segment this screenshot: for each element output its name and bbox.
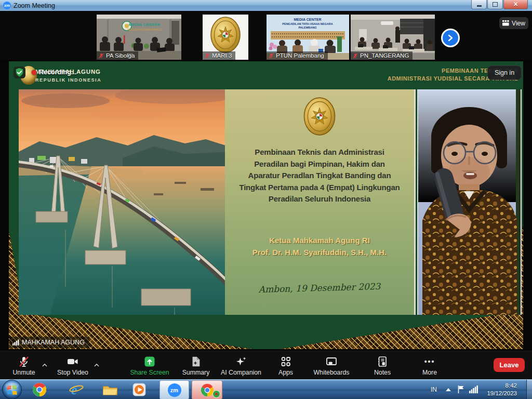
window-title: Zoom Meeting (14, 2, 55, 9)
show-desktop-button[interactable] (526, 380, 532, 399)
taskbar-media-player-button[interactable] (132, 382, 147, 399)
clock-date: 19/12/2023 (485, 390, 517, 397)
unmute-label: Unmute (12, 369, 35, 376)
signal-bars-icon (12, 339, 19, 345)
security-shield-icon[interactable] (14, 66, 25, 81)
share-screen-icon (143, 355, 156, 368)
org-line2: REPUBLIK INDONESIA (35, 76, 101, 84)
recording-dot-icon (32, 70, 36, 75)
ai-companion-label: AI Companion (221, 369, 261, 376)
camera-icon (66, 355, 79, 368)
internet-explorer-icon: e (69, 382, 84, 397)
unmute-button[interactable]: Unmute (5, 351, 43, 380)
active-speaker-name: MAHKAMAH AGUNG (22, 339, 85, 346)
restore-button[interactable] (487, 0, 503, 9)
summary-button[interactable]: Summary (178, 351, 214, 380)
close-button[interactable]: ✕ (503, 0, 528, 9)
shared-screen: MAHKAMAH AGUNG REPUBLIK INDONESIA Record… (9, 61, 523, 349)
slide-speaker-name: Prof. Dr. H.M. Syarifuddin, S.H., M.H. (225, 246, 414, 258)
chrome-icon (32, 382, 47, 397)
media-player-icon (132, 382, 147, 397)
bridge-illustration (19, 89, 232, 315)
svg-text:e: e (71, 382, 77, 397)
restore-icon (493, 2, 498, 7)
shared-screen-stage: MAHKAMAH AGUNG REPUBLIK INDONESIA Record… (0, 60, 532, 351)
zoom-app-icon: zm (3, 2, 11, 9)
video-thumbnail-ptun-palembang[interactable]: MEDIA CENTER PENGADILAN TATA USAHA NEGAR… (267, 15, 349, 60)
windows-start-icon (2, 379, 22, 399)
taskbar-chrome-button[interactable] (32, 382, 47, 399)
muted-mic-icon (205, 53, 210, 59)
slide-title-line: Pembinaan Teknis dan Administrasi (225, 147, 414, 158)
start-button[interactable] (2, 379, 22, 399)
slide-speaker-block: Ketua Mahkamah Agung RI Prof. Dr. H.M. S… (225, 234, 414, 258)
chevron-right-icon (447, 34, 454, 42)
apps-label: Apps (278, 369, 293, 376)
sign-in-button[interactable]: Sign in (487, 65, 522, 80)
svg-text:PENGADILAN AGAMA SIBOLGA: PENGADILAN AGAMA SIBOLGA (127, 29, 162, 31)
slide-title-line: Peradilan Seluruh Indonesia (225, 193, 414, 205)
muted-mic-icon (99, 53, 104, 59)
screen-sharing-badge-icon (212, 390, 220, 398)
unmute-options-chevron[interactable] (42, 360, 49, 365)
participant-label: PTUN Palembang (267, 51, 328, 60)
leave-button[interactable]: Leave (494, 358, 525, 372)
participant-name: PA Sibolga (106, 52, 135, 59)
video-thumbnail-mari-3[interactable]: MARI 3 (203, 15, 248, 60)
apps-button[interactable]: Apps (272, 351, 299, 380)
notes-icon (376, 355, 389, 368)
participant-name: PTUN Palembang (276, 52, 324, 59)
action-center-flag-icon[interactable] (457, 385, 464, 396)
taskbar-chrome-sharing-button[interactable] (192, 380, 222, 399)
active-speaker-tag: MAHKAMAH AGUNG (9, 337, 89, 348)
chevron-up-icon (94, 363, 100, 367)
hidden-icons-arrow[interactable] (446, 388, 451, 391)
summary-label: Summary (182, 369, 210, 376)
chevron-up-icon (42, 363, 48, 367)
system-clock[interactable]: 8:42 19/12/2023 (485, 382, 517, 397)
next-videos-button[interactable] (441, 29, 460, 47)
slide-speaker-title: Ketua Mahkamah Agung RI (225, 234, 414, 246)
slide-title-line: Aparatur Peradlan Tingkat Banding dan (225, 170, 414, 182)
mic-muted-icon (18, 355, 30, 368)
speaker-illustration (418, 89, 521, 315)
ai-companion-icon (235, 355, 247, 368)
minimize-icon (477, 5, 482, 7)
participant-name: PN_TANGERANG (360, 52, 409, 59)
ai-companion-button[interactable]: AI Companion (217, 351, 265, 380)
taskbar-zoom-button[interactable]: zm (159, 380, 189, 399)
participant-label: PN_TANGERANG (351, 51, 413, 60)
apps-icon (280, 355, 292, 368)
stop-video-button[interactable]: Stop Video (52, 351, 94, 380)
video-options-chevron[interactable] (94, 360, 101, 365)
minimize-button[interactable] (471, 0, 487, 9)
language-indicator[interactable]: IN (431, 386, 437, 393)
more-label: More (422, 369, 437, 376)
view-label: View (512, 20, 525, 27)
video-thumbnail-pa-sibolga[interactable]: MEDIA CENTER PENGADILAN AGAMA SIBOLGA PA… (97, 15, 181, 60)
windows-taskbar: e zm (0, 379, 532, 399)
window-controls: ✕ (471, 0, 528, 9)
video-gallery-strip: MEDIA CENTER PENGADILAN AGAMA SIBOLGA PA… (0, 11, 532, 60)
zoom-meeting-window: zm Zoom Meeting ✕ MEDIA CENTER PENGADILA… (0, 0, 532, 399)
more-button[interactable]: ••• More (414, 351, 446, 380)
clock-time: 8:42 (485, 382, 517, 390)
video-thumbnail-pn-tangerang[interactable]: PN_TANGERANG (351, 15, 435, 60)
view-button[interactable]: View (499, 17, 528, 29)
whiteboards-label: Whiteboards (313, 369, 349, 376)
network-signal-icon[interactable] (469, 385, 478, 395)
svg-text:MEDIA CENTER: MEDIA CENTER (294, 18, 321, 21)
share-screen-label: Share Screen (130, 369, 169, 376)
taskbar-ie-button[interactable]: e (69, 382, 84, 399)
summary-icon (190, 355, 202, 368)
window-titlebar: zm Zoom Meeting ✕ (0, 0, 532, 11)
participant-label: MARI 3 (203, 51, 235, 60)
participant-label: PA Sibolga (97, 51, 138, 60)
taskbar-explorer-button[interactable] (102, 383, 119, 398)
share-screen-button[interactable]: Share Screen (123, 351, 177, 380)
muted-mic-icon (269, 53, 274, 59)
notes-button[interactable]: Notes (368, 351, 397, 380)
whiteboards-icon (325, 355, 338, 368)
recording-indicator: Recording... (32, 69, 76, 76)
whiteboards-button[interactable]: Whiteboards (304, 351, 358, 380)
